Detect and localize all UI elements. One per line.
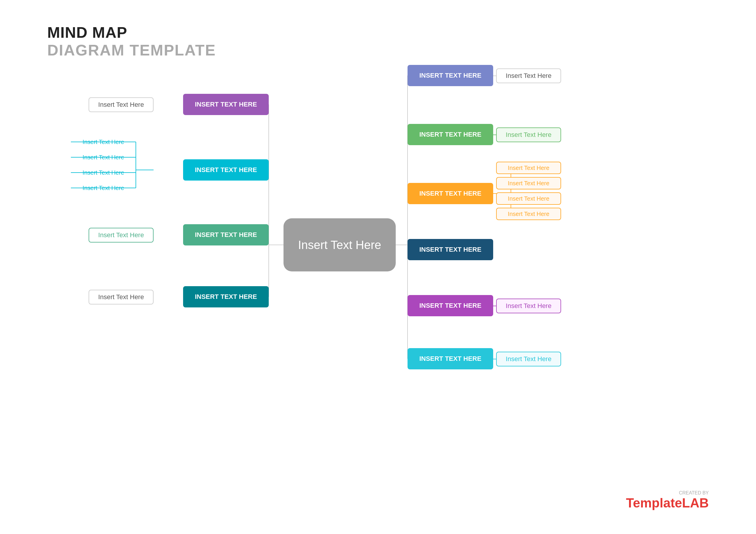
right-branch5-leaf[interactable]: Insert Text Here <box>496 298 561 313</box>
right-branch3-leaf4[interactable]: Insert Text Here <box>496 208 561 220</box>
right-branch3-leaf4-label: Insert Text Here <box>508 211 550 217</box>
left-branch1-main[interactable]: INSERT TEXT HERE <box>183 94 269 115</box>
right-branch3-main-label: INSERT TEXT HERE <box>419 190 481 197</box>
title-block: MIND MAP DIAGRAM TEMPLATE <box>47 24 216 59</box>
right-branch5-main[interactable]: INSERT TEXT HERE <box>408 295 493 316</box>
right-branch4-main-label: INSERT TEXT HERE <box>419 246 481 253</box>
left-branch2-leaf1-label: Insert Text Here <box>83 139 124 145</box>
right-branch3-leaf1-label: Insert Text Here <box>508 165 550 171</box>
left-branch4-main-label: INSERT TEXT HERE <box>195 293 257 301</box>
left-branch2-leaf1[interactable]: Insert Text Here <box>71 136 136 148</box>
right-branch6-main[interactable]: INSERT TEXT HERE <box>408 348 493 369</box>
right-branch1-leaf-label: Insert Text Here <box>506 72 552 80</box>
right-branch4-main[interactable]: INSERT TEXT HERE <box>408 239 493 260</box>
right-branch3-leaf2[interactable]: Insert Text Here <box>496 177 561 190</box>
left-branch2-leaf3-label: Insert Text Here <box>83 169 124 176</box>
right-branch1-main[interactable]: INSERT TEXT HERE <box>408 65 493 86</box>
left-branch3-main-label: INSERT TEXT HERE <box>195 231 257 239</box>
right-branch2-leaf-label: Insert Text Here <box>506 131 552 139</box>
left-branch4-leaf-label: Insert Text Here <box>98 293 144 301</box>
left-branch4-leaf[interactable]: Insert Text Here <box>89 290 153 304</box>
left-branch1-leaf[interactable]: Insert Text Here <box>89 97 153 112</box>
title-main: MIND MAP <box>47 24 216 41</box>
right-branch1-main-label: INSERT TEXT HERE <box>419 72 481 79</box>
left-branch1-main-label: INSERT TEXT HERE <box>195 101 257 108</box>
right-branch3-leaf3-label: Insert Text Here <box>508 195 550 202</box>
left-branch3-leaf-label: Insert Text Here <box>98 231 144 239</box>
watermark-created: CREATED BY <box>626 490 709 496</box>
left-branch2-leaf4-label: Insert Text Here <box>83 185 124 191</box>
right-branch2-leaf[interactable]: Insert Text Here <box>496 127 561 142</box>
right-branch3-main[interactable]: INSERT TEXT HERE <box>408 183 493 204</box>
right-branch2-main-label: INSERT TEXT HERE <box>419 131 481 139</box>
right-branch5-main-label: INSERT TEXT HERE <box>419 302 481 310</box>
left-branch3-main[interactable]: INSERT TEXT HERE <box>183 224 269 245</box>
center-node-label: Insert Text Here <box>298 239 381 252</box>
left-branch3-leaf[interactable]: Insert Text Here <box>89 228 153 242</box>
left-branch2-leaf4[interactable]: Insert Text Here <box>71 182 136 194</box>
left-branch1-leaf-label: Insert Text Here <box>98 101 144 109</box>
right-branch3-leaf3[interactable]: Insert Text Here <box>496 192 561 205</box>
left-branch2-main-label: INSERT TEXT HERE <box>195 166 257 174</box>
right-branch1-leaf[interactable]: Insert Text Here <box>496 68 561 83</box>
right-branch6-main-label: INSERT TEXT HERE <box>419 355 481 363</box>
right-branch6-leaf-label: Insert Text Here <box>506 355 552 363</box>
watermark-brand: TemplateLAB <box>626 496 709 510</box>
watermark-template: Template <box>626 496 682 510</box>
left-branch2-leaf3[interactable]: Insert Text Here <box>71 166 136 179</box>
right-branch3-leaf2-label: Insert Text Here <box>508 180 550 187</box>
left-branch4-main[interactable]: INSERT TEXT HERE <box>183 286 269 307</box>
watermark: CREATED BY TemplateLAB <box>626 490 709 510</box>
right-branch5-leaf-label: Insert Text Here <box>506 302 552 310</box>
right-branch6-leaf[interactable]: Insert Text Here <box>496 352 561 367</box>
left-branch2-leaf2[interactable]: Insert Text Here <box>71 151 136 164</box>
center-node[interactable]: Insert Text Here <box>284 218 396 271</box>
watermark-lab: LAB <box>682 496 709 510</box>
right-branch2-main[interactable]: INSERT TEXT HERE <box>408 124 493 145</box>
left-branch2-main[interactable]: INSERT TEXT HERE <box>183 159 269 181</box>
left-branch2-leaf2-label: Insert Text Here <box>83 154 124 161</box>
title-sub: DIAGRAM TEMPLATE <box>47 41 216 59</box>
right-branch3-leaf1[interactable]: Insert Text Here <box>496 162 561 174</box>
